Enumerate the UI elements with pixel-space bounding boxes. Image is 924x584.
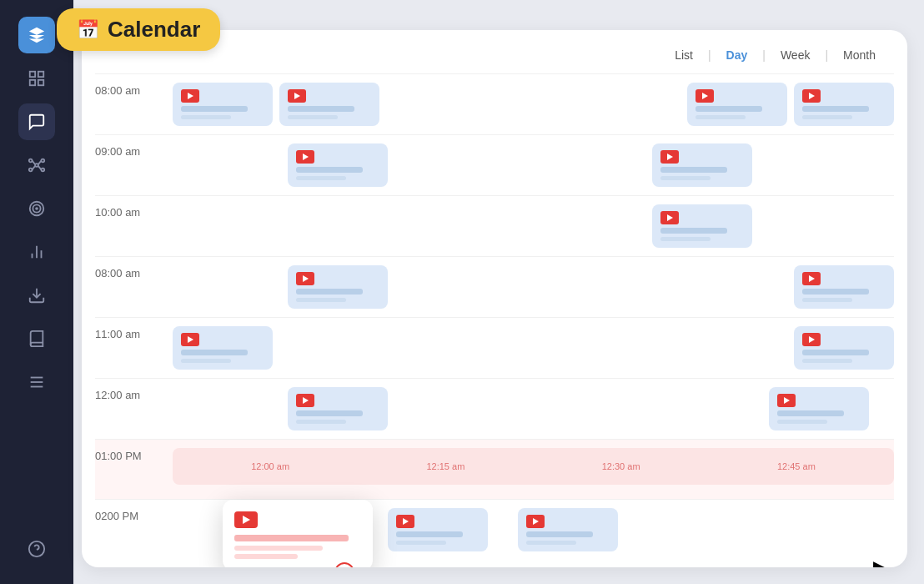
view-btn-day[interactable]: Day	[715, 43, 760, 67]
event-line2	[288, 115, 338, 119]
time-row-0900: 09:00 am	[95, 134, 894, 195]
event-card[interactable]	[288, 265, 388, 309]
popup-line3	[234, 554, 298, 559]
calendar-title-badge: 📅 Calendar	[57, 8, 220, 51]
event-card[interactable]	[518, 508, 618, 551]
page-title: Calendar	[108, 17, 200, 43]
timeline-tick-1230: 12:30 am	[602, 461, 640, 471]
event-card[interactable]	[652, 204, 752, 248]
youtube-icon	[660, 211, 679, 224]
event-card[interactable]	[173, 326, 273, 370]
event-card-header	[396, 515, 480, 528]
view-btn-month[interactable]: Month	[831, 43, 887, 67]
event-line1	[696, 106, 762, 112]
time-row-0800b: 08:00 am	[95, 256, 894, 317]
time-label-1100: 11:00 am	[95, 326, 166, 340]
event-card[interactable]	[279, 83, 379, 126]
calendar-card: List | Day | Week | Month 08:00 am	[82, 30, 907, 567]
time-label-0800b: 08:00 am	[95, 265, 166, 279]
sidebar-icon-chat[interactable]	[18, 103, 55, 140]
event-line1	[660, 167, 727, 173]
event-card[interactable]	[388, 508, 488, 551]
event-line1	[288, 106, 354, 112]
events-row-1200	[173, 387, 894, 430]
event-card[interactable]	[794, 326, 894, 370]
events-row-0900	[173, 143, 894, 187]
event-line1	[660, 228, 727, 234]
youtube-icon	[288, 89, 306, 103]
youtube-icon	[181, 89, 199, 103]
time-label-0100pm: 01:00 PM	[95, 448, 166, 462]
view-btn-week[interactable]: Week	[769, 43, 822, 67]
time-row-1200: 12:00 am	[95, 378, 894, 439]
popup-card-header	[234, 511, 361, 528]
sidebar-icon-grid[interactable]	[18, 60, 55, 97]
svg-point-7	[42, 159, 45, 163]
sidebar-icon-target[interactable]	[18, 190, 55, 227]
svg-rect-2	[30, 80, 35, 85]
divider-3: |	[825, 48, 828, 62]
event-line1	[802, 289, 869, 295]
timeline-tick-1200: 12:00 am	[251, 461, 289, 471]
svg-line-10	[33, 161, 36, 165]
event-card-header	[181, 89, 264, 103]
popup-card[interactable]: +	[223, 500, 373, 567]
popup-plus-button[interactable]: +	[334, 562, 354, 567]
event-line2	[396, 541, 446, 545]
time-row-0100pm: 01:00 PM 12:00 am 12:15 am 12:30 am 12:4…	[95, 439, 894, 499]
event-line2	[296, 298, 346, 302]
event-card[interactable]	[173, 83, 273, 126]
sidebar-icon-download[interactable]	[18, 277, 55, 314]
popup-line2	[234, 546, 323, 551]
sidebar-icon-nav[interactable]	[18, 17, 55, 53]
sidebar	[0, 0, 73, 584]
timeline-bar: 12:00 am 12:15 am 12:30 am 12:45 am	[173, 448, 894, 485]
svg-rect-0	[30, 72, 35, 77]
event-card[interactable]	[652, 143, 752, 187]
divider-1: |	[708, 48, 711, 62]
events-row-0200pm: + ▶	[173, 508, 894, 551]
youtube-icon	[296, 394, 314, 407]
sidebar-icon-support[interactable]	[18, 531, 55, 567]
event-line2	[802, 359, 852, 363]
event-line1	[296, 167, 363, 173]
event-card-header	[296, 394, 379, 407]
event-card-header	[696, 89, 779, 103]
youtube-icon	[660, 150, 679, 164]
svg-point-6	[29, 159, 33, 163]
view-btn-list[interactable]: List	[663, 43, 705, 67]
event-line1	[181, 350, 248, 355]
event-line1	[777, 410, 844, 416]
sidebar-icon-bar-chart[interactable]	[18, 234, 55, 270]
main-content: 📅 Calendar List | Day | Week | Month 08:…	[73, 0, 924, 584]
event-line2	[777, 420, 827, 424]
time-row-0200pm: 0200 PM + ▶	[95, 499, 894, 567]
event-line1	[181, 106, 248, 112]
event-card[interactable]	[687, 83, 787, 126]
time-label-0900: 09:00 am	[95, 143, 166, 158]
timeline-tick-1215: 12:15 am	[426, 461, 465, 471]
youtube-icon-popup	[234, 511, 258, 528]
event-line1	[296, 289, 363, 295]
sidebar-icon-library[interactable]	[18, 320, 55, 357]
event-card[interactable]	[769, 387, 869, 430]
time-row-1000: 10:00 am	[95, 195, 894, 256]
events-row-0100pm: 12:00 am 12:15 am 12:30 am 12:45 am	[173, 448, 894, 485]
sidebar-icon-tools[interactable]	[18, 364, 55, 400]
calendar-badge-icon: 📅	[77, 19, 99, 41]
sidebar-icon-nodes[interactable]	[18, 147, 55, 184]
svg-point-9	[42, 169, 45, 172]
event-card-header	[296, 272, 379, 285]
event-card-header	[660, 211, 744, 224]
youtube-icon	[181, 333, 199, 346]
event-line2	[181, 359, 231, 363]
svg-point-5	[35, 164, 38, 167]
event-card[interactable]	[288, 387, 388, 430]
event-card[interactable]	[794, 265, 894, 309]
event-card[interactable]	[288, 143, 388, 187]
svg-line-12	[33, 166, 36, 170]
timeline-tick-1245: 12:45 am	[777, 461, 816, 471]
event-card[interactable]	[794, 83, 894, 126]
event-card-header	[802, 89, 886, 103]
time-row-1100: 11:00 am	[95, 317, 894, 378]
